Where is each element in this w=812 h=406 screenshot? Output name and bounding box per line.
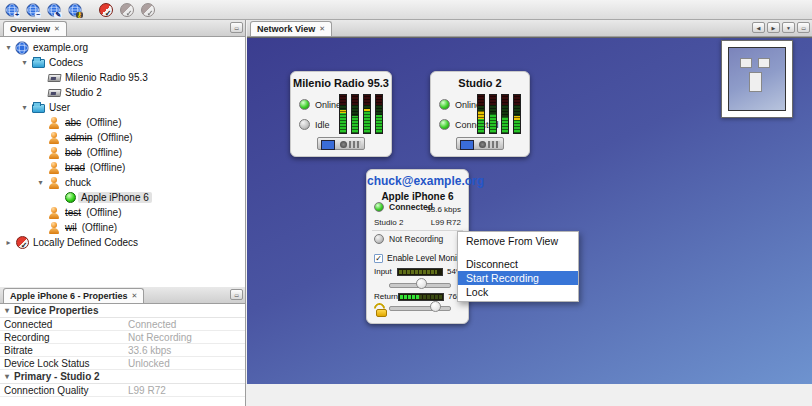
menu-item-start-recording[interactable]: Start Recording: [458, 271, 578, 285]
next-tab-button[interactable]: ▶: [767, 22, 780, 33]
minus-badge-icon: −: [35, 12, 41, 18]
tree-item-admin[interactable]: admin (Offline): [0, 130, 245, 145]
folder-icon: [30, 102, 46, 113]
menu-item-lock[interactable]: Lock: [458, 285, 578, 299]
close-icon[interactable]: ✕: [319, 25, 325, 33]
codec-action-button-disabled-2[interactable]: [139, 2, 156, 18]
property-label: Bitrate: [0, 345, 33, 356]
tree-label: Apple iPhone 6: [78, 192, 152, 203]
tree-item-milenio-radio[interactable]: Milenio Radio 95.3: [0, 70, 245, 85]
tree-item-codecs[interactable]: ▾ Codecs: [0, 55, 245, 70]
return-gain-slider[interactable]: [389, 301, 451, 313]
slider-thumb[interactable]: [430, 301, 441, 312]
minimap-viewport: [728, 47, 786, 111]
tree-item-apple-iphone-6[interactable]: Apple iPhone 6: [0, 190, 245, 205]
window-icon: ▭: [234, 292, 239, 298]
property-row-connection-quality: Connection Quality L99 R72: [0, 384, 245, 397]
expander-icon[interactable]: ▾: [0, 306, 14, 315]
close-icon[interactable]: ✕: [132, 292, 138, 300]
panel-window-button[interactable]: ▭: [230, 289, 243, 300]
card-title: Studio 2: [431, 77, 529, 89]
tree-item-chuck[interactable]: ▾ chuck: [0, 175, 245, 190]
expander-icon[interactable]: ▾: [19, 103, 30, 112]
overview-tabbar: Overview ✕ ▭: [0, 20, 245, 37]
offline-suffix: (Offline): [82, 222, 117, 233]
network-canvas[interactable]: Milenio Radio 95.3 Online Idle Studio 2 …: [247, 37, 812, 384]
prev-tab-button[interactable]: ◀: [752, 22, 765, 33]
user-icon: [46, 162, 62, 174]
unlocked-padlock-icon[interactable]: [376, 309, 387, 317]
property-label: Connection Quality: [0, 385, 89, 396]
card-title: chuck@example.org: [367, 174, 468, 188]
tree-item-test[interactable]: test (Offline): [0, 205, 245, 220]
close-icon[interactable]: ✕: [54, 25, 60, 33]
tree-label: test: [62, 207, 84, 218]
properties-panel: Apple iPhone 6 - Properties ✕ ▭ ▾ Device…: [0, 287, 245, 406]
minimap[interactable]: [721, 40, 793, 118]
user-icon: [46, 207, 62, 219]
right-arrow-icon: ▶: [772, 25, 776, 31]
tab-properties[interactable]: Apple iPhone 6 - Properties ✕: [3, 288, 144, 303]
tree-item-brad[interactable]: brad (Offline): [0, 160, 245, 175]
property-label: Device Lock Status: [0, 358, 90, 369]
chevron-down-icon: ▼: [786, 25, 791, 31]
idle-led-icon: [299, 119, 310, 130]
online-sphere-icon: [62, 192, 78, 203]
tab-overview-label: Overview: [10, 24, 50, 34]
tab-overview[interactable]: Overview ✕: [3, 21, 67, 36]
expander-icon[interactable]: ▾: [19, 58, 30, 67]
property-row-device-lock-status: Device Lock Status Unlocked: [0, 357, 245, 370]
tab-list-button[interactable]: ▼: [782, 22, 795, 33]
recording-status-label: Not Recording: [389, 234, 443, 244]
add-server-button[interactable]: +: [3, 2, 20, 18]
codec-device-icon: [46, 89, 62, 97]
tab-network-view[interactable]: Network View ✕: [250, 21, 332, 36]
return-label: Return: [374, 292, 394, 301]
codec-action-button-disabled-1[interactable]: [118, 2, 135, 18]
maximize-panel-button[interactable]: ▭: [797, 22, 810, 33]
expander-icon[interactable]: ▸: [3, 238, 14, 247]
offline-suffix: (Offline): [86, 117, 121, 128]
menu-item-disconnect[interactable]: Disconnect: [458, 257, 578, 271]
slider-thumb[interactable]: [416, 278, 427, 289]
panel-window-button[interactable]: ▭: [230, 22, 243, 33]
online-led-icon: [439, 99, 450, 110]
divider: [372, 230, 463, 231]
enable-level-monitoring-row[interactable]: ✓ Enable Level Monitoring: [374, 253, 466, 263]
codec-card-milenio-radio[interactable]: Milenio Radio 95.3 Online Idle: [290, 71, 392, 157]
tree-item-studio-2[interactable]: Studio 2: [0, 85, 245, 100]
device-card-chuck[interactable]: chuck@example.org Apple iPhone 6 Connect…: [366, 169, 469, 324]
user-icon: [46, 147, 62, 159]
expander-icon[interactable]: ▾: [35, 178, 46, 187]
codec-device-icon: [46, 74, 62, 82]
tree-item-example-org[interactable]: ▾ example.org: [0, 40, 245, 55]
section-primary-studio-2[interactable]: ▾ Primary - Studio 2: [0, 370, 245, 384]
remove-server-button[interactable]: −: [24, 2, 41, 18]
tree-item-wil[interactable]: wil (Offline): [0, 220, 245, 235]
property-row-bitrate: Bitrate 33.6 kbps: [0, 344, 245, 357]
window-icon: ▭: [801, 25, 806, 31]
server-tree: ▾ example.org ▾ Codecs Milenio Radio 95.…: [0, 37, 245, 287]
input-gain-slider[interactable]: [389, 278, 451, 290]
checkbox-checked-icon[interactable]: ✓: [374, 254, 383, 263]
tree-item-bob[interactable]: bob (Offline): [0, 145, 245, 160]
tree-label: chuck: [62, 177, 94, 188]
menu-item-remove-from-view[interactable]: Remove From View: [458, 234, 578, 248]
tree-item-user[interactable]: ▾ User: [0, 100, 245, 115]
codec-card-studio-2[interactable]: Studio 2 Online Connected: [430, 71, 530, 157]
expander-icon[interactable]: ▾: [0, 372, 14, 381]
expander-icon[interactable]: ▾: [3, 43, 14, 52]
server-key-button[interactable]: ⚷: [66, 2, 83, 18]
tree-item-abc[interactable]: abc (Offline): [0, 115, 245, 130]
codec-action-button[interactable]: [97, 2, 114, 18]
tree-label: Locally Defined Codecs: [30, 237, 141, 248]
tree-item-locally-defined-codecs[interactable]: ▸ Locally Defined Codecs: [0, 235, 245, 250]
checkbox-label: Enable Level Monitoring: [387, 253, 466, 263]
bitrate-value: 33.6 kbps: [426, 205, 461, 214]
user-icon: [46, 132, 62, 144]
edit-server-button[interactable]: ✎: [45, 2, 62, 18]
online-led-icon: [299, 99, 310, 110]
tree-label: brad: [62, 162, 88, 173]
section-device-properties[interactable]: ▾ Device Properties: [0, 304, 245, 318]
property-value: Connected: [128, 319, 176, 330]
